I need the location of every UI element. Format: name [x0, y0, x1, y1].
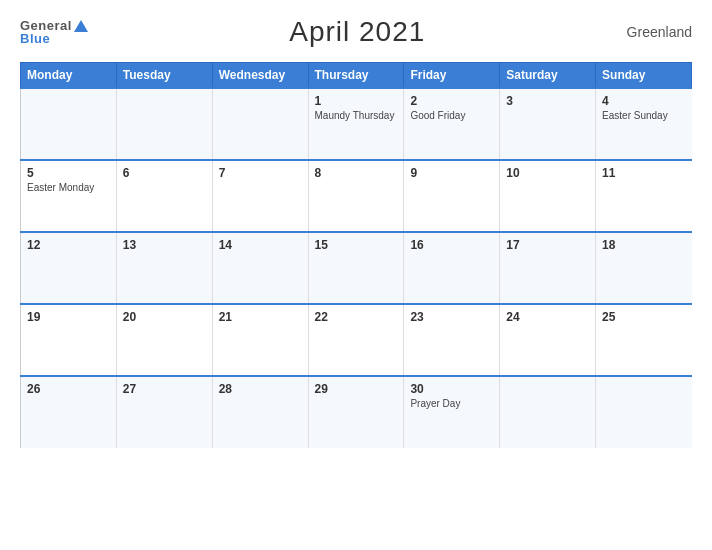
calendar-cell: 25 [596, 304, 692, 376]
day-number: 28 [219, 382, 302, 396]
day-number: 26 [27, 382, 110, 396]
day-number: 15 [315, 238, 398, 252]
col-header-thursday: Thursday [308, 63, 404, 89]
calendar-page: General Blue April 2021 Greenland Monday… [0, 0, 712, 550]
col-header-sunday: Sunday [596, 63, 692, 89]
calendar-cell: 14 [212, 232, 308, 304]
calendar-table: MondayTuesdayWednesdayThursdayFridaySatu… [20, 62, 692, 448]
calendar-cell: 15 [308, 232, 404, 304]
day-number: 23 [410, 310, 493, 324]
calendar-title: April 2021 [289, 16, 425, 48]
calendar-cell: 22 [308, 304, 404, 376]
day-number: 19 [27, 310, 110, 324]
logo-blue-text: Blue [20, 32, 88, 45]
day-number: 1 [315, 94, 398, 108]
calendar-cell: 1Maundy Thursday [308, 88, 404, 160]
calendar-cell: 20 [116, 304, 212, 376]
calendar-header-row: MondayTuesdayWednesdayThursdayFridaySatu… [21, 63, 692, 89]
region-label: Greenland [627, 24, 692, 40]
day-number: 12 [27, 238, 110, 252]
col-header-tuesday: Tuesday [116, 63, 212, 89]
calendar-cell: 18 [596, 232, 692, 304]
calendar-cell: 21 [212, 304, 308, 376]
calendar-cell: 6 [116, 160, 212, 232]
calendar-cell: 19 [21, 304, 117, 376]
calendar-cell: 8 [308, 160, 404, 232]
calendar-cell [116, 88, 212, 160]
calendar-cell: 4Easter Sunday [596, 88, 692, 160]
calendar-cell: 12 [21, 232, 117, 304]
col-header-monday: Monday [21, 63, 117, 89]
calendar-cell: 13 [116, 232, 212, 304]
day-number: 16 [410, 238, 493, 252]
calendar-cell: 28 [212, 376, 308, 448]
calendar-event: Prayer Day [410, 398, 493, 409]
calendar-cell: 30Prayer Day [404, 376, 500, 448]
day-number: 11 [602, 166, 685, 180]
calendar-event: Maundy Thursday [315, 110, 398, 121]
day-number: 18 [602, 238, 685, 252]
day-number: 24 [506, 310, 589, 324]
week-row-3: 12131415161718 [21, 232, 692, 304]
calendar-cell: 2Good Friday [404, 88, 500, 160]
day-number: 7 [219, 166, 302, 180]
day-number: 5 [27, 166, 110, 180]
calendar-cell: 27 [116, 376, 212, 448]
day-number: 22 [315, 310, 398, 324]
calendar-event: Easter Sunday [602, 110, 685, 121]
calendar-cell: 3 [500, 88, 596, 160]
week-row-2: 5Easter Monday67891011 [21, 160, 692, 232]
day-number: 6 [123, 166, 206, 180]
calendar-cell: 5Easter Monday [21, 160, 117, 232]
day-number: 4 [602, 94, 685, 108]
calendar-cell: 11 [596, 160, 692, 232]
day-number: 29 [315, 382, 398, 396]
calendar-cell [212, 88, 308, 160]
col-header-wednesday: Wednesday [212, 63, 308, 89]
calendar-cell: 7 [212, 160, 308, 232]
week-row-4: 19202122232425 [21, 304, 692, 376]
calendar-cell: 17 [500, 232, 596, 304]
calendar-cell: 16 [404, 232, 500, 304]
calendar-cell [21, 88, 117, 160]
day-number: 8 [315, 166, 398, 180]
day-number: 10 [506, 166, 589, 180]
day-number: 30 [410, 382, 493, 396]
day-number: 17 [506, 238, 589, 252]
calendar-cell: 29 [308, 376, 404, 448]
day-number: 13 [123, 238, 206, 252]
calendar-cell: 9 [404, 160, 500, 232]
header: General Blue April 2021 Greenland [20, 16, 692, 48]
logo: General Blue [20, 19, 88, 45]
day-number: 14 [219, 238, 302, 252]
calendar-cell: 10 [500, 160, 596, 232]
day-number: 27 [123, 382, 206, 396]
week-row-5: 2627282930Prayer Day [21, 376, 692, 448]
day-number: 20 [123, 310, 206, 324]
calendar-cell: 26 [21, 376, 117, 448]
calendar-event: Easter Monday [27, 182, 110, 193]
day-number: 3 [506, 94, 589, 108]
calendar-event: Good Friday [410, 110, 493, 121]
col-header-friday: Friday [404, 63, 500, 89]
calendar-cell [500, 376, 596, 448]
calendar-cell [596, 376, 692, 448]
calendar-cell: 24 [500, 304, 596, 376]
day-number: 21 [219, 310, 302, 324]
week-row-1: 1Maundy Thursday2Good Friday34Easter Sun… [21, 88, 692, 160]
calendar-cell: 23 [404, 304, 500, 376]
col-header-saturday: Saturday [500, 63, 596, 89]
logo-triangle-icon [74, 20, 88, 32]
day-number: 2 [410, 94, 493, 108]
day-number: 9 [410, 166, 493, 180]
day-number: 25 [602, 310, 685, 324]
